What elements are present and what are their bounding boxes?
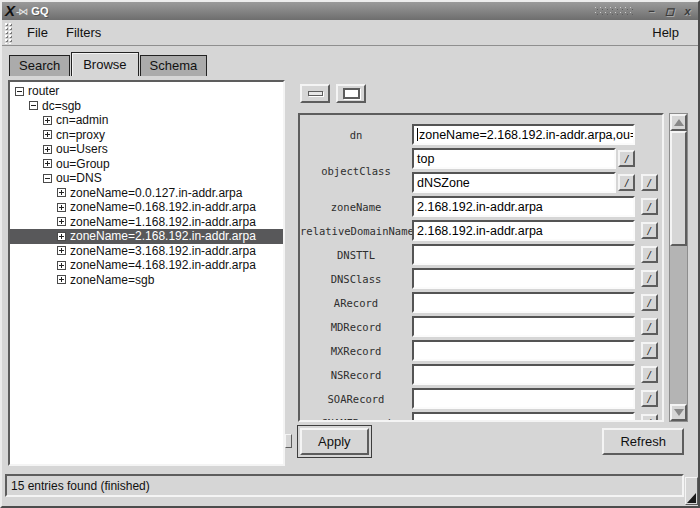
tab-browse[interactable]: Browse <box>71 52 138 76</box>
tab-search[interactable]: Search <box>9 55 70 76</box>
tree-item-label: cn=proxy <box>56 128 105 142</box>
value-input[interactable] <box>412 340 635 361</box>
attribute-label: DNSClass <box>300 273 412 285</box>
attribute-label: objectClass <box>300 165 412 177</box>
tree-item[interactable]: zoneName=1.168.192.in-addr.arpa <box>10 215 283 230</box>
value-input[interactable] <box>412 244 635 265</box>
refresh-button[interactable]: Refresh <box>602 428 684 455</box>
tree-item[interactable]: zoneName=2.168.192.in-addr.arpa <box>10 229 283 244</box>
expand-expander-icon[interactable] <box>43 130 52 139</box>
edit-attribute-button[interactable]: / <box>641 342 658 359</box>
expand-expander-icon[interactable] <box>57 232 66 241</box>
edit-attribute-button[interactable]: / <box>641 366 658 383</box>
apply-button[interactable]: Apply <box>300 428 369 455</box>
expand-expander-icon[interactable] <box>43 116 52 125</box>
tree-item[interactable]: router <box>10 84 283 99</box>
value-input[interactable] <box>412 268 635 289</box>
attribute-row: MDRecord/ <box>300 316 660 337</box>
expand-expander-icon[interactable] <box>57 188 66 197</box>
edit-attribute-button[interactable]: / <box>641 414 658 422</box>
ldap-tree[interactable]: routerdc=sgbcn=admincn=proxyou=Usersou=G… <box>8 80 285 466</box>
attribute-values <box>412 412 635 422</box>
value-input[interactable]: dNSZone <box>412 172 616 193</box>
edit-attribute-button[interactable]: / <box>641 294 658 311</box>
value-input[interactable]: zoneName=2.168.192.in-addr.arpa,ou=D <box>412 124 635 145</box>
menu-help[interactable]: Help <box>643 22 688 43</box>
maximize-button[interactable]: ◻ <box>662 5 677 18</box>
edit-value-button[interactable]: / <box>618 174 635 191</box>
attribute-actions: / <box>635 198 663 217</box>
value-row: 2.168.192.in-addr.arpa <box>412 220 635 241</box>
attribute-actions: / <box>635 366 663 385</box>
close-button[interactable]: x <box>680 5 695 18</box>
menubar-drag-handle-icon[interactable] <box>4 22 12 44</box>
expand-expander-icon[interactable] <box>57 203 66 212</box>
tree-item[interactable]: cn=proxy <box>10 128 283 143</box>
tree-item-label: zoneName=3.168.192.in-addr.arpa <box>70 244 256 258</box>
value-input[interactable]: top <box>412 148 616 169</box>
scroll-down-button[interactable] <box>670 404 687 421</box>
value-input[interactable]: 2.168.192.in-addr.arpa <box>412 220 635 241</box>
value-input[interactable] <box>412 412 635 422</box>
expand-expander-icon[interactable] <box>43 145 52 154</box>
tree-item[interactable]: zoneName=0.168.192.in-addr.arpa <box>10 200 283 215</box>
scrollbar-track[interactable] <box>670 131 687 404</box>
tree-item[interactable]: zoneName=3.168.192.in-addr.arpa <box>10 244 283 259</box>
expand-expander-icon[interactable] <box>43 159 52 168</box>
expand-expander-icon[interactable] <box>57 275 66 284</box>
edit-value-button[interactable]: / <box>618 150 635 167</box>
tree-item[interactable]: cn=admin <box>10 113 283 128</box>
attribute-form: dnzoneName=2.168.192.in-addr.arpa,ou=Dob… <box>298 113 664 422</box>
titlebar-speckle-decoration <box>593 5 635 17</box>
expand-expander-icon[interactable] <box>57 217 66 226</box>
attribute-row: objectClasstop/dNSZone// <box>300 148 660 193</box>
collapse-expander-icon[interactable] <box>15 87 24 96</box>
edit-attribute-button[interactable]: / <box>641 246 658 263</box>
edit-attribute-button[interactable]: / <box>641 270 658 287</box>
attribute-row: dnzoneName=2.168.192.in-addr.arpa,ou=D <box>300 124 660 145</box>
tree-item-label: ou=Group <box>56 157 110 171</box>
tree-item[interactable]: ou=Users <box>10 142 283 157</box>
edit-attribute-button[interactable]: / <box>641 198 658 215</box>
attribute-label: MDRecord <box>300 321 412 333</box>
tree-item[interactable]: dc=sgb <box>10 99 283 114</box>
resize-grip[interactable] <box>685 477 698 505</box>
minimize-button[interactable]: − <box>644 5 659 18</box>
attribute-row: NSRecord/ <box>300 364 660 385</box>
edit-attribute-button[interactable]: / <box>641 174 658 191</box>
paned-handle[interactable] <box>285 434 292 448</box>
attribute-label: DNSTTL <box>300 249 412 261</box>
scrollbar-thumb[interactable] <box>670 131 687 246</box>
menu-filters[interactable]: Filters <box>57 22 110 43</box>
form-scrollbar[interactable] <box>669 113 688 422</box>
edit-attribute-button[interactable]: / <box>641 222 658 239</box>
edit-attribute-button[interactable]: / <box>641 318 658 335</box>
attribute-values <box>412 340 635 361</box>
scroll-up-button[interactable] <box>670 114 687 131</box>
collapse-expander-icon[interactable] <box>29 101 38 110</box>
value-input[interactable]: 2.168.192.in-addr.arpa <box>412 196 635 217</box>
attribute-label: relativeDomainName <box>300 225 412 237</box>
value-input[interactable] <box>412 316 635 337</box>
tab-schema[interactable]: Schema <box>140 55 208 76</box>
menu-file[interactable]: File <box>18 22 57 43</box>
tree-item[interactable]: ou=DNS <box>10 171 283 186</box>
value-input[interactable] <box>412 364 635 385</box>
tree-item[interactable]: zoneName=sgb <box>10 273 283 288</box>
collapse-expander-icon[interactable] <box>43 174 52 183</box>
tree-item-label: zoneName=1.168.192.in-addr.arpa <box>70 215 256 229</box>
tree-item[interactable]: zoneName=0.0.127.in-addr.arpa <box>10 186 283 201</box>
expand-expander-icon[interactable] <box>57 246 66 255</box>
value-input[interactable] <box>412 292 635 313</box>
value-input[interactable] <box>412 388 635 409</box>
expand-values-button[interactable] <box>336 84 366 103</box>
edit-attribute-button[interactable]: / <box>641 390 658 407</box>
attribute-label: dn <box>300 129 412 141</box>
attribute-actions: / <box>635 174 663 193</box>
tree-item[interactable]: zoneName=4.168.192.in-addr.arpa <box>10 258 283 273</box>
titlebar[interactable]: X -⋈ GQ − ◻ x <box>2 2 698 20</box>
tree-item[interactable]: ou=Group <box>10 157 283 172</box>
collapse-values-button[interactable] <box>300 84 330 103</box>
expand-expander-icon[interactable] <box>57 261 66 270</box>
paned-divider[interactable] <box>285 80 292 466</box>
